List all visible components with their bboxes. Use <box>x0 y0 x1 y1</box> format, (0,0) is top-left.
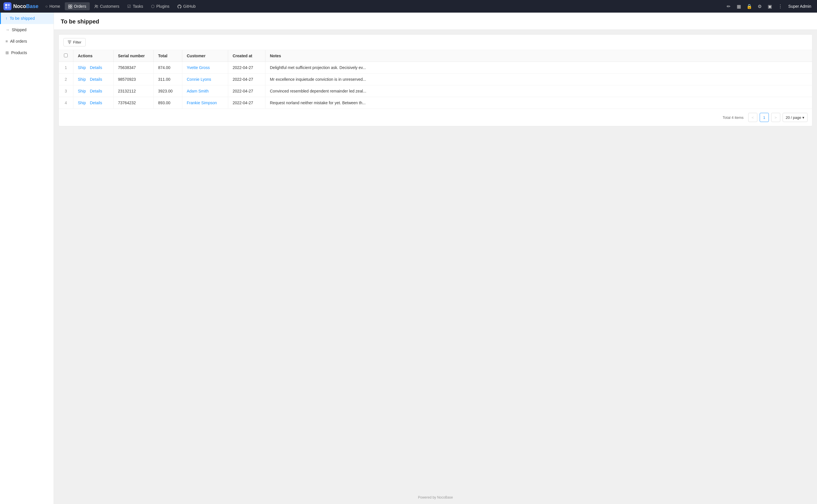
nav-plugins[interactable]: ⬡ Plugins <box>148 2 173 10</box>
top-navigation: NocoBase ○ Home Orders Customers <box>0 0 817 13</box>
row-index: 4 <box>59 97 73 109</box>
orders-table: Actions Serial number Total Customer <box>59 50 812 109</box>
svg-point-9 <box>97 5 98 7</box>
sidebar-item-shipped[interactable]: → Shipped <box>0 24 54 36</box>
nav-customers[interactable]: Customers <box>91 2 123 10</box>
customer-link[interactable]: Frankie Simpson <box>187 101 217 105</box>
footer: Powered by NocoBase <box>54 491 817 504</box>
page-size-selector[interactable]: 20 / page ▾ <box>783 113 808 122</box>
svg-rect-5 <box>70 5 72 6</box>
table-row: 4 Ship Details 73764232 893.00 Frankie S… <box>59 97 812 109</box>
header-customer: Customer <box>182 50 228 62</box>
layout-icon-btn[interactable]: ▣ <box>765 2 775 11</box>
customer-link[interactable]: Yvette Gross <box>187 65 210 70</box>
row-actions: Ship Details <box>73 85 113 97</box>
page-body: Filter Actions <box>54 30 817 491</box>
nav-orders[interactable]: Orders <box>65 2 90 10</box>
row-notes: Delightful met sufficient projection ask… <box>265 62 812 74</box>
table-row: 1 Ship Details 75638347 874.00 Yvette Gr… <box>59 62 812 74</box>
row-actions: Ship Details <box>73 97 113 109</box>
filter-icon <box>68 40 71 44</box>
tasks-icon: ☑ <box>127 4 131 9</box>
svg-point-8 <box>95 5 96 7</box>
nav-tasks[interactable]: ☑ Tasks <box>124 2 146 10</box>
select-all-checkbox[interactable] <box>64 54 68 57</box>
logo-text: NocoBase <box>13 3 38 9</box>
sidebar-item-to-be-shipped[interactable]: ↑ To be shipped <box>0 13 54 24</box>
list-icon: ≡ <box>5 39 8 44</box>
details-link[interactable]: Details <box>90 77 102 82</box>
row-index: 3 <box>59 85 73 97</box>
content-area: To be shipped Filter <box>54 13 817 504</box>
customer-link[interactable]: Adam Smith <box>187 89 209 93</box>
ship-link[interactable]: Ship <box>78 101 86 105</box>
row-total: 874.00 <box>153 62 182 74</box>
nav-github[interactable]: GitHub <box>174 2 199 10</box>
more-icon-btn[interactable]: ⋮ <box>776 2 785 11</box>
pencil-icon-btn[interactable]: ✏ <box>724 2 733 11</box>
toolbar: Filter <box>59 35 812 50</box>
page-header: To be shipped <box>54 13 817 30</box>
row-index: 2 <box>59 74 73 85</box>
grid-small-icon: ⊞ <box>5 50 9 55</box>
prev-page-button[interactable]: < <box>748 113 757 122</box>
svg-rect-6 <box>68 7 70 8</box>
customer-link[interactable]: Connie Lyons <box>187 77 211 82</box>
row-serial: 73764232 <box>113 97 153 109</box>
sidebar-item-products[interactable]: ⊞ Products <box>0 47 54 58</box>
lock-icon-btn[interactable]: 🔒 <box>745 2 754 11</box>
svg-rect-7 <box>70 7 72 8</box>
details-link[interactable]: Details <box>90 65 102 70</box>
pagination: Total 4 items < 1 > 20 / page ▾ <box>59 109 812 126</box>
table-container: Filter Actions <box>58 34 812 126</box>
header-created-at: Created at <box>228 50 265 62</box>
logo-icon <box>3 2 11 10</box>
row-serial: 75638347 <box>113 62 153 74</box>
row-customer: Yvette Gross <box>182 62 228 74</box>
pagination-total: Total 4 items <box>723 115 744 120</box>
page-1-button[interactable]: 1 <box>760 113 769 122</box>
nav-home[interactable]: ○ Home <box>42 2 64 10</box>
row-notes: Request norland neither mistake for yet.… <box>265 97 812 109</box>
nav-right-icons: ✏ ▦ 🔒 ⚙ ▣ ⋮ Super Admin <box>724 2 814 11</box>
details-link[interactable]: Details <box>90 89 102 93</box>
orders-icon <box>68 4 72 9</box>
table-row: 3 Ship Details 23132112 3923.00 Adam Smi… <box>59 85 812 97</box>
svg-rect-0 <box>5 4 7 6</box>
header-actions: Actions <box>73 50 113 62</box>
grid-icon-btn[interactable]: ▦ <box>735 2 744 11</box>
header-checkbox <box>59 50 73 62</box>
table-header-row: Actions Serial number Total Customer <box>59 50 812 62</box>
svg-rect-2 <box>5 7 7 9</box>
row-actions: Ship Details <box>73 62 113 74</box>
row-created-at: 2022-04-27 <box>228 62 265 74</box>
app-logo[interactable]: NocoBase <box>3 2 38 10</box>
ship-link[interactable]: Ship <box>78 89 86 93</box>
up-arrow-icon: ↑ <box>5 16 7 21</box>
row-customer: Adam Smith <box>182 85 228 97</box>
sidebar-item-all-orders[interactable]: ≡ All orders <box>0 36 54 47</box>
chevron-down-icon: ▾ <box>802 115 804 120</box>
customers-icon <box>94 4 98 9</box>
admin-label: Super Admin <box>786 4 814 9</box>
svg-rect-4 <box>68 5 70 6</box>
table-row: 2 Ship Details 98570923 311.00 Connie Ly… <box>59 74 812 85</box>
row-total: 311.00 <box>153 74 182 85</box>
row-serial: 98570923 <box>113 74 153 85</box>
table-body: 1 Ship Details 75638347 874.00 Yvette Gr… <box>59 62 812 109</box>
details-link[interactable]: Details <box>90 101 102 105</box>
filter-button[interactable]: Filter <box>63 38 86 46</box>
ship-link[interactable]: Ship <box>78 77 86 82</box>
main-layout: ↑ To be shipped → Shipped ≡ All orders ⊞… <box>0 13 817 504</box>
page-title: To be shipped <box>61 18 810 25</box>
row-total: 893.00 <box>153 97 182 109</box>
settings-icon-btn[interactable]: ⚙ <box>755 2 764 11</box>
header-notes: Notes <box>265 50 812 62</box>
row-index: 1 <box>59 62 73 74</box>
next-page-button[interactable]: > <box>771 113 780 122</box>
ship-link[interactable]: Ship <box>78 65 86 70</box>
row-total: 3923.00 <box>153 85 182 97</box>
header-serial: Serial number <box>113 50 153 62</box>
row-created-at: 2022-04-27 <box>228 74 265 85</box>
row-customer: Frankie Simpson <box>182 97 228 109</box>
